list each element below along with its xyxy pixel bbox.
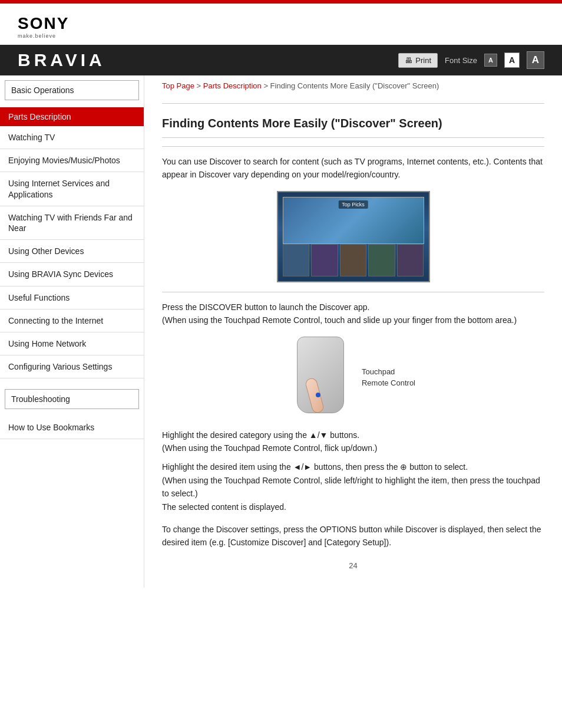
touchpad-container: Touchpad Remote Control bbox=[162, 337, 544, 419]
print-button[interactable]: 🖶 Print bbox=[398, 53, 438, 68]
print-icon: 🖶 bbox=[405, 56, 412, 65]
content-para-2: Press the DISCOVER button to launch the … bbox=[162, 301, 544, 327]
touchpad-image bbox=[291, 337, 350, 419]
discover-thumb-row bbox=[283, 244, 424, 276]
sidebar-spacer bbox=[0, 378, 144, 384]
sidebar-item-watching-tv[interactable]: Watching TV bbox=[0, 126, 144, 149]
breadcrumb-current: Finding Contents More Easily ("Discover"… bbox=[270, 81, 439, 90]
discover-thumb-4 bbox=[368, 244, 395, 276]
touchpad-dot bbox=[316, 393, 320, 397]
sidebar-item-home-network[interactable]: Using Home Network bbox=[0, 332, 144, 355]
sidebar-item-other-devices[interactable]: Using Other Devices bbox=[0, 240, 144, 263]
bravia-title: BRAVIA bbox=[18, 50, 105, 70]
sony-tagline: make.believe bbox=[18, 33, 56, 39]
discover-thumb-2 bbox=[311, 244, 338, 276]
breadcrumb-top-page[interactable]: Top Page bbox=[162, 81, 194, 90]
divider-1 bbox=[162, 103, 544, 104]
sidebar-basic-ops-wrapper: Basic Operations bbox=[0, 75, 144, 107]
discover-screenshot: Top Picks bbox=[277, 191, 430, 282]
sony-logo: SONY make.believe bbox=[18, 14, 69, 39]
discover-thumb-1 bbox=[283, 244, 310, 276]
touchpad-label-line2: Remote Control bbox=[362, 378, 415, 387]
content-step-1: Highlight the desired category using the… bbox=[162, 429, 544, 455]
sidebar: Basic Operations Parts Description Watch… bbox=[0, 75, 144, 588]
font-medium-button[interactable]: A bbox=[504, 52, 520, 68]
sidebar-item-watching-tv-friends[interactable]: Watching TV with Friends Far and Near bbox=[0, 206, 144, 240]
content-step-2: Highlight the desired item using the ◄/►… bbox=[162, 460, 544, 513]
banner-controls: 🖶 Print Font Size A A A bbox=[398, 51, 544, 69]
breadcrumb-sep1: > bbox=[197, 81, 203, 90]
sidebar-item-enjoying-movies[interactable]: Enjoying Movies/Music/Photos bbox=[0, 149, 144, 172]
bravia-banner: BRAVIA 🖶 Print Font Size A A A bbox=[0, 45, 562, 75]
divider-2 bbox=[162, 146, 544, 147]
sidebar-item-basic-operations[interactable]: Basic Operations bbox=[5, 80, 139, 100]
discover-thumb-3 bbox=[340, 244, 367, 276]
divider-3 bbox=[162, 292, 544, 292]
print-label: Print bbox=[415, 56, 431, 65]
discover-top-row: Top Picks bbox=[283, 197, 424, 244]
sony-wordmark: SONY bbox=[18, 14, 69, 33]
sidebar-item-how-to-use-bookmarks[interactable]: How to Use Bookmarks bbox=[0, 416, 144, 439]
touchpad-label-line1: Touchpad bbox=[362, 367, 395, 376]
sidebar-item-connecting-internet[interactable]: Connecting to the Internet bbox=[0, 309, 144, 332]
page-title-section: Finding Contents More Easily ("Discover"… bbox=[162, 112, 544, 138]
page-title: Finding Contents More Easily ("Discover"… bbox=[162, 112, 544, 133]
sidebar-item-bravia-sync[interactable]: Using BRAVIA Sync Devices bbox=[0, 263, 144, 286]
sidebar-item-parts-description[interactable]: Parts Description bbox=[0, 107, 144, 126]
content-para-5: To change the Discover settings, press t… bbox=[162, 523, 544, 549]
sidebar-troubleshooting-wrapper: Troubleshooting bbox=[0, 384, 144, 416]
breadcrumb-sep2: > bbox=[263, 81, 270, 90]
sidebar-item-internet-services[interactable]: Using Internet Services and Applications bbox=[0, 172, 144, 206]
page-number: 24 bbox=[162, 561, 544, 570]
breadcrumb-parts-description[interactable]: Parts Description bbox=[203, 81, 262, 90]
sidebar-item-useful-functions[interactable]: Useful Functions bbox=[0, 286, 144, 309]
content-para-1: You can use Discover to search for conte… bbox=[162, 155, 544, 182]
sidebar-item-troubleshooting[interactable]: Troubleshooting bbox=[5, 389, 139, 409]
font-small-button[interactable]: A bbox=[484, 54, 497, 67]
font-size-label: Font Size bbox=[445, 56, 477, 65]
font-large-button[interactable]: A bbox=[527, 51, 544, 69]
sidebar-item-configuring-settings[interactable]: Configuring Various Settings bbox=[0, 355, 144, 378]
discover-label: Top Picks bbox=[338, 200, 368, 209]
main-layout: Basic Operations Parts Description Watch… bbox=[0, 75, 562, 588]
touchpad-label: Touchpad Remote Control bbox=[362, 367, 415, 388]
discover-thumb-5 bbox=[397, 244, 424, 276]
breadcrumb: Top Page > Parts Description > Finding C… bbox=[162, 75, 544, 95]
top-header: SONY make.believe bbox=[0, 4, 562, 45]
content-area: Top Page > Parts Description > Finding C… bbox=[144, 75, 562, 588]
